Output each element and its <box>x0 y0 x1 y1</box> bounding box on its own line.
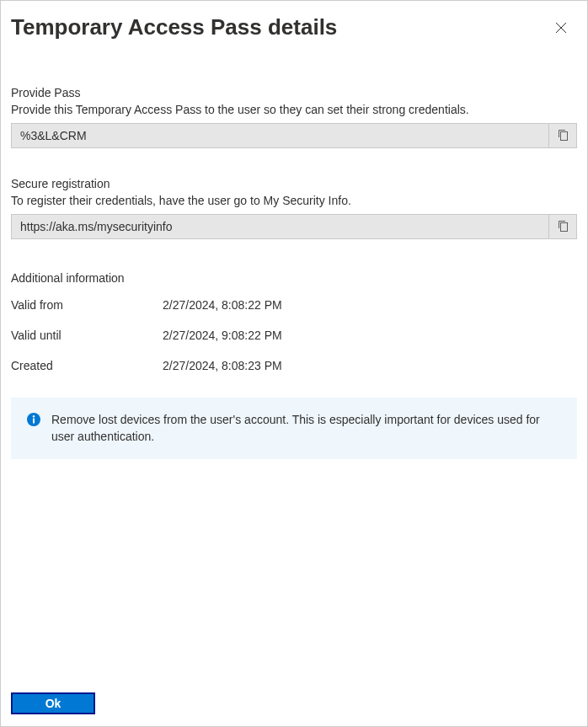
notice-text: Remove lost devices from the user's acco… <box>51 411 562 446</box>
secure-registration-heading: Secure registration <box>11 177 577 190</box>
tap-code-input[interactable] <box>11 123 548 148</box>
secure-registration-row <box>11 214 577 239</box>
created-value: 2/27/2024, 8:08:23 PM <box>163 359 282 372</box>
dialog-header: Temporary Access Pass details <box>1 1 587 49</box>
info-row: Valid from 2/27/2024, 8:08:22 PM <box>11 298 577 312</box>
secure-registration-description: To register their credentials, have the … <box>11 194 577 207</box>
provide-pass-heading: Provide Pass <box>11 86 577 99</box>
ok-button[interactable]: Ok <box>11 692 95 714</box>
copy-icon <box>557 128 569 144</box>
close-icon <box>555 22 567 36</box>
svg-rect-4 <box>33 419 35 424</box>
copy-icon <box>557 219 569 235</box>
info-row: Created 2/27/2024, 8:08:23 PM <box>11 359 577 372</box>
tap-details-dialog: Temporary Access Pass details Provide Pa… <box>0 0 588 727</box>
copy-tap-button[interactable] <box>548 123 577 148</box>
close-button[interactable] <box>552 19 570 38</box>
copy-url-button[interactable] <box>548 214 577 239</box>
registration-url-input[interactable] <box>11 214 548 239</box>
dialog-content: Provide Pass Provide this Temporary Acce… <box>1 49 587 682</box>
remove-devices-notice: Remove lost devices from the user's acco… <box>11 398 577 459</box>
valid-from-label: Valid from <box>11 298 163 312</box>
svg-point-3 <box>33 415 35 417</box>
provide-pass-row <box>11 123 577 148</box>
valid-until-value: 2/27/2024, 9:08:22 PM <box>163 329 282 342</box>
svg-rect-1 <box>561 222 568 231</box>
valid-until-label: Valid until <box>11 329 163 342</box>
dialog-footer: Ok <box>1 682 587 726</box>
valid-from-value: 2/27/2024, 8:08:22 PM <box>163 298 282 312</box>
info-row: Valid until 2/27/2024, 9:08:22 PM <box>11 329 577 342</box>
svg-rect-0 <box>561 131 568 140</box>
additional-info-heading: Additional information <box>11 271 577 285</box>
created-label: Created <box>11 359 163 372</box>
provide-pass-description: Provide this Temporary Access Pass to th… <box>11 103 577 116</box>
info-icon <box>26 412 41 427</box>
dialog-title: Temporary Access Pass details <box>11 14 337 40</box>
